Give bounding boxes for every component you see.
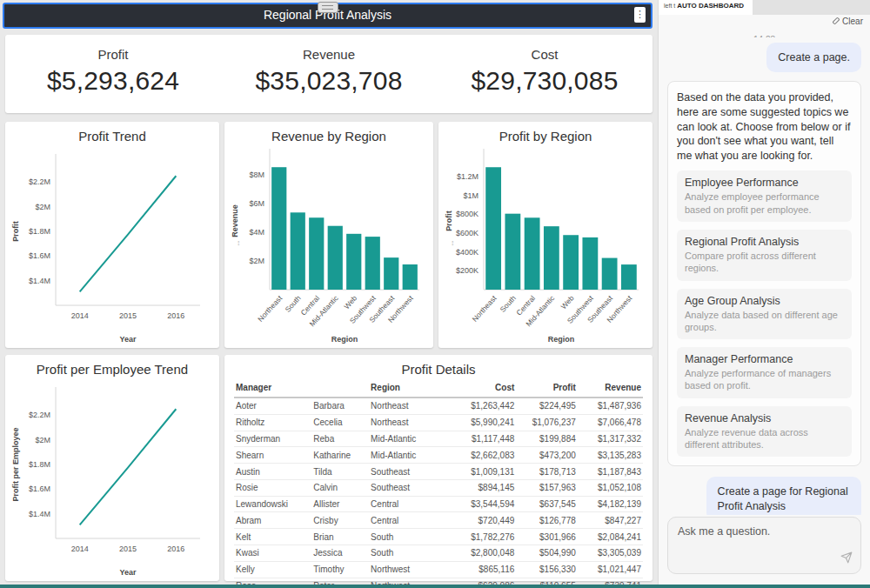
table-cell: Central — [369, 496, 446, 512]
table-cell: South — [369, 529, 446, 545]
table-cell: Mid-Atlantic — [369, 447, 446, 464]
table-cell: $2,084,241 — [578, 529, 643, 545]
table-cell: $1,263,442 — [446, 398, 516, 414]
table-cell: $2,800,048 — [446, 545, 516, 562]
table-cell: $199,884 — [516, 431, 578, 447]
svg-text:$1.4M: $1.4M — [29, 277, 50, 285]
svg-text:$2M: $2M — [249, 257, 264, 265]
kpi-label: Revenue — [221, 47, 437, 62]
table-row: LewandowskiAllisterCentral$3,544,594$637… — [234, 496, 643, 512]
svg-text:$6M: $6M — [249, 199, 264, 208]
table-cell: South — [369, 545, 446, 562]
profit-by-region-bar-chart[interactable]: $200K$400K$600K$800K$1M$1.2MNortheastSou… — [444, 145, 647, 345]
tab-prefix: left t — [664, 3, 675, 9]
suggestions-message: Based on the data you provided, here are… — [667, 81, 861, 466]
table-cell: $5,990,241 — [446, 414, 516, 431]
chart-title: Profit per Employee Trend — [9, 362, 216, 377]
table-cell: $3,135,283 — [578, 447, 643, 464]
table-row: AustinTildaSoutheast$1,009,131$178,713$1… — [234, 464, 643, 480]
svg-text:2014: 2014 — [71, 545, 89, 553]
kpi-label: Profit — [5, 47, 221, 62]
kpi-label: Cost — [437, 47, 652, 62]
table-cell: Timothy — [311, 561, 369, 578]
table-cell: $4,182,139 — [578, 496, 643, 512]
suggestion-revenue-analysis[interactable]: Revenue Analysis Analyze revenue data ac… — [677, 406, 852, 458]
table-cell: $301,966 — [516, 529, 578, 545]
kpi-card: Profit $5,293,624 Revenue $35,023,708 Co… — [5, 35, 652, 113]
svg-text:Revenue: Revenue — [231, 204, 239, 237]
svg-text:$800K: $800K — [456, 210, 478, 218]
table-cell: Katharine — [311, 447, 369, 464]
suggestion-manager-performance[interactable]: Manager Performance Analyze performance … — [677, 347, 852, 398]
suggestion-age-group-analysis[interactable]: Age Group Analysis Analyze data based on… — [677, 289, 852, 340]
column-header-cost[interactable]: Cost — [446, 380, 516, 398]
chart-title: Profit by Region — [442, 129, 649, 144]
send-icon[interactable] — [840, 551, 853, 567]
profit-per-employee-line-chart[interactable]: $1.4M$1.6M$1.8M$2M$2.2M201420152016YearP… — [10, 378, 214, 578]
kpi-revenue: Revenue $35,023,708 — [221, 35, 437, 113]
eraser-icon — [832, 17, 840, 25]
table-cell: $178,713 — [516, 464, 578, 480]
table-cell: Barbara — [311, 398, 369, 414]
drag-handle-icon[interactable] — [318, 2, 338, 13]
svg-text:$400K: $400K — [456, 248, 478, 257]
bottom-accent-strip — [0, 585, 870, 588]
suggestion-regional-profit-analysis[interactable]: Regional Profit Analysis Compare profit … — [677, 230, 852, 281]
table-body: AoterBarbaraNortheast$1,263,442$224,495$… — [234, 398, 643, 588]
svg-text:Region: Region — [331, 335, 358, 344]
profit-details-card: Profit Details Manager Region Cost Profi… — [224, 355, 652, 581]
profit-trend-line-chart[interactable]: $1.4M$1.6M$1.8M$2M$2.2M201420152016YearP… — [10, 145, 214, 345]
table-cell: Rosie — [234, 479, 311, 496]
svg-text:Profit: Profit — [445, 210, 453, 231]
table-row: KwasiJessicaSouth$2,800,048$504,990$3,30… — [234, 545, 643, 562]
table-cell: $7,066,478 — [578, 414, 643, 431]
tab-auto-dashboard[interactable]: left tAUTO DASHBOARD — [659, 0, 753, 15]
chat-input[interactable] — [668, 518, 860, 573]
table-cell: $157,963 — [516, 479, 578, 496]
svg-text:$2.2M: $2.2M — [29, 177, 50, 186]
suggestion-employee-performance[interactable]: Employee Performance Analyze employee pe… — [677, 170, 852, 222]
table-cell: $865,116 — [446, 561, 516, 578]
table-cell: Northeast — [369, 398, 446, 414]
header-menu-button[interactable]: ⋮ — [634, 7, 646, 23]
table-row: RitholtzCeceliaNortheast$5,990,241$1,076… — [234, 414, 643, 431]
svg-text:$1M: $1M — [463, 191, 478, 200]
table-cell: Abram — [234, 512, 311, 529]
chart-title: Revenue by Region — [228, 129, 430, 144]
svg-text:Year: Year — [119, 568, 137, 577]
svg-text:$8M: $8M — [249, 170, 264, 179]
dashboard-region: Regional Profit Analysis ⋮ Profit $5,293… — [0, 0, 658, 588]
svg-text:$2M: $2M — [35, 203, 50, 211]
svg-text:2015: 2015 — [119, 545, 137, 553]
table-cell: $2,662,083 — [446, 447, 516, 464]
table-cell: $1,052,108 — [578, 479, 643, 496]
user-message: Create a page. — [766, 43, 861, 72]
svg-text:$2.2M: $2.2M — [29, 411, 50, 419]
svg-text:2016: 2016 — [167, 545, 184, 553]
column-header-revenue[interactable]: Revenue — [578, 380, 643, 398]
column-header-region[interactable]: Region — [369, 380, 446, 398]
dashboard-header[interactable]: Regional Profit Analysis ⋮ — [3, 3, 652, 29]
table-cell: Snyderman — [234, 431, 311, 447]
kpi-value: $29,730,085 — [437, 66, 652, 96]
column-header-first[interactable] — [311, 380, 369, 398]
table-cell: $224,495 — [516, 398, 578, 414]
svg-text:Profit per Employee: Profit per Employee — [11, 427, 20, 501]
table-row: SnydermanRebaMid-Atlantic$1,117,448$199,… — [234, 431, 643, 447]
clear-chat-button[interactable]: Clear — [659, 15, 870, 30]
assistant-sidebar: left tAUTO DASHBOARD Clear 14:28 Create … — [658, 0, 870, 585]
table-cell: Mid-Atlantic — [369, 431, 446, 447]
table-cell: $847,227 — [578, 512, 643, 529]
svg-text:2014: 2014 — [71, 311, 89, 320]
table-cell: Austin — [234, 464, 311, 480]
column-header-profit[interactable]: Profit — [516, 380, 578, 398]
chat-input-container — [667, 517, 861, 574]
table-header[interactable]: Manager Region Cost Profit Revenue — [234, 380, 643, 398]
table-cell: Crisby — [311, 512, 369, 529]
column-header-manager[interactable]: Manager — [234, 380, 311, 398]
revenue-by-region-card: Revenue by Region $2M$4M$6M$8MNortheastS… — [224, 122, 433, 348]
svg-text:$1.8M: $1.8M — [29, 227, 50, 236]
table-cell: Northwest — [369, 561, 446, 578]
table-cell: $3,305,039 — [578, 545, 643, 562]
revenue-by-region-bar-chart[interactable]: $2M$4M$6M$8MNortheastSouthCentralMid-Atl… — [230, 145, 428, 345]
